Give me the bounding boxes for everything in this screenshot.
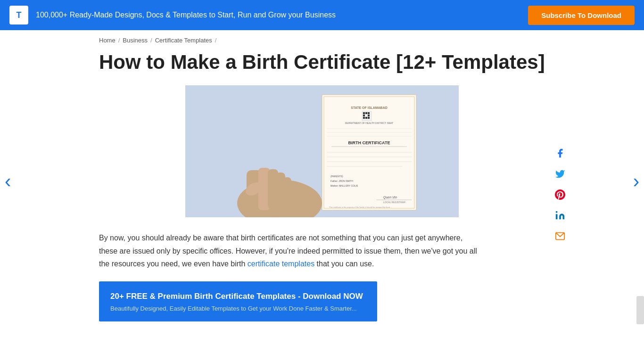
- svg-rect-10: [363, 117, 365, 119]
- svg-rect-6: [365, 112, 367, 114]
- hero-image: STATE OF ISLAMABAD DEPARTMENT OF HEALTH …: [185, 85, 459, 217]
- svg-text:Father: JHON SMITH: Father: JHON SMITH: [330, 180, 353, 182]
- cta-box: 20+ FREE & Premium Birth Certificate Tem…: [99, 281, 377, 321]
- article-body-text-2: that you can use.: [314, 260, 374, 268]
- facebook-icon[interactable]: [552, 145, 569, 162]
- page-title: How to Make a Birth Certificate [12+ Tem…: [99, 50, 545, 74]
- next-arrow[interactable]: ›: [633, 171, 639, 192]
- cta-link[interactable]: 20+ FREE & Premium Birth Certificate Tem…: [110, 291, 366, 302]
- svg-text:BIRTH CERTIFICATE: BIRTH CERTIFICATE: [348, 140, 390, 145]
- main-content: How to Make a Birth Certificate [12+ Tem…: [0, 50, 644, 321]
- svg-rect-12: [368, 117, 370, 119]
- banner-text: 100,000+ Ready-Made Designs, Docs & Temp…: [36, 11, 336, 19]
- linkedin-icon[interactable]: [552, 207, 569, 224]
- twitter-icon[interactable]: [552, 165, 569, 182]
- logo: T: [9, 6, 28, 25]
- breadcrumb-sep-2: /: [150, 37, 152, 44]
- breadcrumb-sep-3: /: [215, 37, 217, 44]
- article-body: By now, you should already be aware that…: [99, 231, 481, 270]
- image-container: STATE OF ISLAMABAD DEPARTMENT OF HEALTH …: [185, 85, 459, 217]
- certificate-templates-link[interactable]: certificate templates: [248, 260, 314, 268]
- svg-rect-5: [363, 112, 365, 114]
- breadcrumb-current[interactable]: Certificate Templates: [155, 37, 212, 44]
- svg-rect-11: [365, 117, 367, 119]
- breadcrumb-business[interactable]: Business: [123, 37, 148, 44]
- svg-text:DEPARTMENT OF HEALTH DISTRICT : DEPARTMENT OF HEALTH DISTRICT SWAT: [345, 122, 394, 124]
- svg-rect-7: [368, 112, 370, 114]
- pinterest-icon[interactable]: [552, 186, 569, 203]
- svg-text:Mother: MALLORY COLIS: Mother: MALLORY COLIS: [330, 184, 358, 187]
- email-icon[interactable]: [552, 228, 569, 245]
- svg-rect-9: [368, 115, 370, 116]
- breadcrumb: Home / Business / Certificate Templates …: [0, 30, 644, 50]
- top-banner: T 100,000+ Ready-Made Designs, Docs & Te…: [0, 0, 644, 30]
- subscribe-button[interactable]: Subscribe To Download: [528, 6, 635, 25]
- svg-text:This certificate is the proper: This certificate is the property of the …: [329, 206, 392, 208]
- prev-arrow[interactable]: ‹: [5, 171, 11, 192]
- breadcrumb-home[interactable]: Home: [99, 37, 116, 44]
- svg-rect-8: [363, 115, 365, 116]
- svg-text:Quen Vin: Quen Vin: [383, 196, 397, 199]
- svg-text:LOCAL REGISTRAR: LOCAL REGISTRAR: [383, 201, 405, 204]
- hero-svg: STATE OF ISLAMABAD DEPARTMENT OF HEALTH …: [185, 85, 459, 217]
- svg-point-37: [556, 211, 558, 213]
- social-sidebar: [552, 145, 569, 245]
- svg-text:(PARENTS): (PARENTS): [330, 175, 343, 178]
- svg-text:STATE OF ISLAMABAD: STATE OF ISLAMABAD: [351, 106, 388, 109]
- scroll-indicator[interactable]: [636, 296, 644, 324]
- breadcrumb-sep-1: /: [118, 37, 120, 44]
- svg-rect-35: [283, 177, 291, 208]
- cta-subtitle: Beautifully Designed, Easily Editable Te…: [110, 305, 366, 312]
- banner-left: T 100,000+ Ready-Made Designs, Docs & Te…: [9, 6, 336, 25]
